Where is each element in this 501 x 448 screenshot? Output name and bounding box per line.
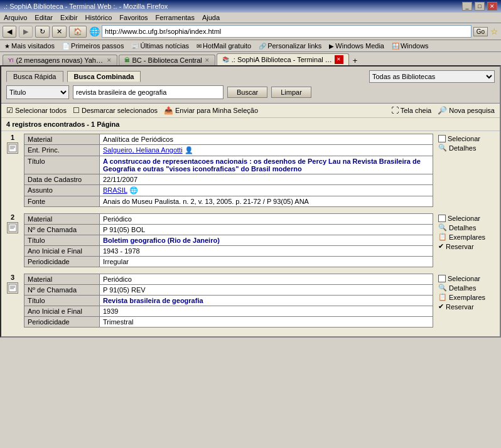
fonte-value: Anais do Museu Paulista. n. 2, v. 13, 20… — [100, 196, 433, 207]
result-2-actions: Selecionar 🔍 Detalhes 📋 Exemplares ✔ Res… — [438, 213, 495, 267]
selecionar-3-checkbox[interactable] — [438, 275, 446, 282]
maximize-btn[interactable]: □ — [475, 2, 485, 11]
mais-visitados-icon: ★ — [4, 43, 10, 50]
result-2-table: Material Periódico Nº de Chamada P 91(05… — [24, 213, 433, 267]
bookmark-primeiros-passos[interactable]: 📄 Primeiros passos — [60, 41, 126, 50]
ano-3-value: 1939 — [100, 306, 433, 317]
table-row: Assunto BRASIL 🌐 — [24, 185, 433, 196]
result-2-num-col: 2 — [6, 213, 19, 267]
tab-yahoo[interactable]: Y! (2 mensagens novas) Yahoo! Mail, rose… — [3, 55, 117, 65]
table-row: Título Revista brasileira de geografia — [24, 296, 433, 306]
table-row: Ano Inicial e Final 1943 - 1978 — [24, 246, 433, 257]
new-tab-button[interactable]: + — [353, 56, 358, 65]
go-button[interactable]: Go — [473, 27, 488, 36]
bookmark-mais-visitados[interactable]: ★ Mais visitados — [3, 41, 57, 50]
tabs-bar: Y! (2 mensagens novas) Yahoo! Mail, rose… — [0, 52, 501, 65]
address-input[interactable] — [102, 25, 471, 38]
exemplares-2-icon: 📋 — [438, 233, 447, 241]
bookmark-star[interactable]: ☆ — [490, 26, 498, 36]
nova-pesquisa-btn[interactable]: 🔎 Nova pesquisa — [438, 106, 495, 115]
home-button[interactable]: 🏠 — [69, 26, 87, 38]
result-1-actions: Selecionar 🔍 Detalhes — [438, 134, 495, 207]
svg-rect-0 — [9, 144, 16, 152]
selecionar-1-checkbox[interactable] — [438, 135, 446, 142]
menu-favoritos[interactable]: Favoritos — [119, 14, 148, 21]
reservar-3-btn[interactable]: ✔ Reservar — [438, 302, 495, 311]
search-field-select[interactable]: Titulo — [6, 85, 69, 99]
busca-combinada-tab[interactable]: Busca Combinada — [67, 71, 141, 82]
result-3-num-col: 3 — [6, 274, 19, 328]
menu-exibir[interactable]: Exibir — [60, 14, 78, 21]
table-row: Nº de Chamada P 91(05) BOL — [24, 225, 433, 235]
refresh-button[interactable]: ↻ — [35, 26, 50, 38]
table-row: Ano Inicial e Final 1939 — [24, 306, 433, 317]
tab-biblioteca[interactable]: 🏛 BC - Biblioteca Central ✕ — [119, 55, 215, 65]
reservar-2-btn[interactable]: ✔ Reservar — [438, 242, 495, 250]
bookmark-windows-media[interactable]: ▶ Windows Media — [327, 41, 386, 50]
reservar-3-icon: ✔ — [438, 302, 444, 311]
tab-sophia-close[interactable]: ✕ — [335, 55, 343, 64]
menu-ajuda[interactable]: Ajuda — [202, 14, 220, 21]
bookmark-personalizar[interactable]: 🔗 Personalizar links — [257, 41, 323, 50]
exemplares-2-btn[interactable]: 📋 Exemplares — [438, 233, 495, 241]
search-input[interactable] — [73, 85, 224, 99]
result-item-3: 3 Material Periódico Nº de Chamada P 91(… — [6, 274, 495, 328]
tela-cheia-icon: ⛶ — [391, 106, 399, 115]
stop-button[interactable]: ✕ — [52, 26, 67, 38]
tab-bc-close[interactable]: ✕ — [205, 57, 210, 63]
table-row: Data de Cadastro 22/11/2007 — [24, 174, 433, 185]
enviar-btn[interactable]: 📤 Enviar para Minha Seleção — [164, 106, 258, 115]
detalhes-1-icon: 🔍 — [438, 144, 447, 152]
selecionar-2-checkbox[interactable] — [438, 215, 446, 222]
buscar-button[interactable]: Buscar — [227, 87, 267, 98]
menu-editar[interactable]: Editar — [35, 14, 53, 21]
exemplares-3-btn[interactable]: 📋 Exemplares — [438, 293, 495, 301]
menu-ferramentas[interactable]: Ferramentas — [156, 14, 195, 21]
result-2-type-icon — [7, 222, 18, 233]
busca-rapida-tab[interactable]: Busca Rápida — [6, 71, 63, 82]
forward-button[interactable]: ▶ — [19, 26, 33, 38]
desmarcar-btn[interactable]: ☐ Desmarcar selecionados — [73, 106, 158, 115]
results-summary: 4 registros encontrados - 1 Página — [1, 118, 500, 131]
detalhes-3-btn[interactable]: 🔍 Detalhes — [438, 284, 495, 292]
table-row: Material Periódico — [24, 274, 433, 285]
result-3-actions: Selecionar 🔍 Detalhes 📋 Exemplares ✔ Res… — [438, 274, 495, 328]
table-row: Fonte Anais do Museu Paulista. n. 2, v. … — [24, 196, 433, 207]
limpar-button[interactable]: Limpar — [271, 87, 311, 98]
result-3-type-icon — [7, 282, 18, 294]
nova-pesquisa-icon: 🔎 — [438, 106, 447, 115]
selecionar-2-btn[interactable]: Selecionar — [438, 215, 495, 222]
menu-historico[interactable]: Histórico — [85, 14, 112, 21]
bookmark-windows[interactable]: 🪟 Windows — [390, 41, 431, 50]
tela-cheia-btn[interactable]: ⛶ Tela cheia — [391, 106, 432, 115]
material-2-value: Periódico — [100, 214, 433, 225]
selecionar-1-btn[interactable]: Selecionar — [438, 135, 495, 142]
bc-icon: 🏛 — [124, 57, 130, 63]
results-area: 1 Material Analítica de Periódicos Ent. … — [1, 131, 500, 336]
selecionar-todos-btn[interactable]: ☑ Selecionar todos — [6, 106, 67, 115]
title-bar: .: SophiA Biblioteca - Terminal Web :. -… — [0, 0, 501, 13]
detalhes-2-btn[interactable]: 🔍 Detalhes — [438, 223, 495, 232]
address-icon: 🌐 — [89, 26, 100, 36]
back-button[interactable]: ◀ — [3, 26, 16, 38]
bookmark-hotmail[interactable]: ✉ HotMail gratuito — [195, 41, 253, 50]
tab-yahoo-close[interactable]: ✕ — [107, 57, 112, 63]
svg-rect-8 — [9, 284, 16, 292]
search-area: Busca Rápida Busca Combinada Todas as Bi… — [1, 67, 500, 104]
minimize-btn[interactable]: _ — [462, 2, 472, 11]
globe-icon: 🌐 — [129, 186, 138, 194]
right-actions: ⛶ Tela cheia 🔎 Nova pesquisa — [391, 106, 495, 115]
tab-sophia[interactable]: 📚 .: SophiA Biblioteca - Terminal W... ✕ — [217, 53, 349, 65]
library-select[interactable]: Todas as Bibliotecas — [369, 70, 495, 83]
detalhes-1-btn[interactable]: 🔍 Detalhes — [438, 144, 495, 152]
window-title: .: SophiA Biblioteca - Terminal Web :. -… — [4, 3, 168, 10]
ent-princ-link[interactable]: Salgueiro, Heliana Angotti — [103, 146, 183, 154]
menu-arquivo[interactable]: Arquivo — [4, 14, 27, 21]
assunto-link[interactable]: BRASIL — [103, 186, 127, 194]
titulo-3-value: Revista brasileira de geografia — [103, 297, 203, 304]
bookmark-ultimas-noticias[interactable]: 📰 Últimas notícias — [129, 41, 191, 50]
close-btn[interactable]: ✕ — [487, 2, 497, 11]
selecionar-3-btn[interactable]: Selecionar — [438, 275, 495, 282]
address-bar: 🌐 Go — [89, 25, 488, 38]
exemplares-3-icon: 📋 — [438, 293, 447, 301]
